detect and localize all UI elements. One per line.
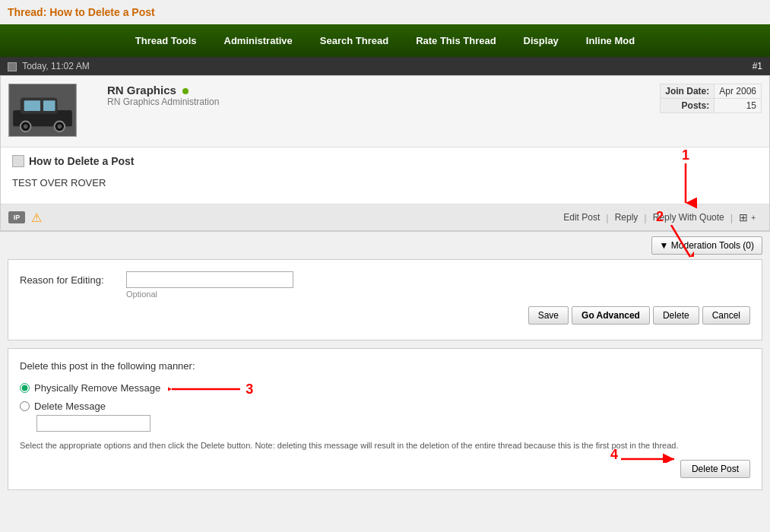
annotation-1: 1 [674,147,697,163]
radio-row-1: Physically Remove Message [20,382,160,394]
delete-reason-input[interactable] [36,415,151,432]
user-title: RN Graphics Administration [107,97,660,107]
annotation-2: 2 [656,209,664,225]
annotation-3: 3 [246,382,253,397]
radio-physically-remove[interactable] [20,383,30,393]
post-header: RN Graphics RN Graphics Administration J… [1,76,769,147]
option1-label: Physically Remove Message [34,382,160,394]
edit-post-button[interactable]: Edit Post [557,209,606,226]
delete-manner-label: Delete this post in the following manner… [20,360,750,372]
post-title-line: How to Delete a Post [12,155,758,167]
option2-label: Delete Message [34,401,106,412]
nav-rate-thread[interactable]: Rate This Thread [402,24,509,57]
post-body: TEST OVER ROVER [12,173,758,192]
radio-delete-message[interactable] [20,401,30,411]
avatar [8,84,77,137]
nav-display[interactable]: Display [510,24,572,57]
post-content: How to Delete a Post TEST OVER ROVER 1 [1,147,769,204]
delete-post-row: 4 Delete Post [20,460,750,478]
svg-point-6 [24,124,28,128]
annotation-4: 4 [610,447,618,463]
multi-quote-button[interactable]: ⊞+ [733,208,762,226]
posts-label: Posts: [661,99,715,113]
post-title: How to Delete a Post [29,155,134,167]
save-button[interactable]: Save [528,306,569,325]
edit-section: Reason for Editing: Optional Save Go Adv… [8,259,762,340]
join-date-label: Join Date: [661,84,715,99]
nav-administrative[interactable]: Administrative [211,24,306,57]
post-date-time: Today, 11:02 AM [8,61,90,71]
post-time: 11:02 AM [51,61,90,71]
warn-icon[interactable]: ⚠ [31,211,42,225]
title-text: How to Delete a Post [49,6,154,18]
nav-search-thread[interactable]: Search Thread [306,24,402,57]
post-stats: Join Date: Apr 2006 Posts: 15 [660,84,762,139]
username: RN Graphics [107,84,660,97]
post-meta-bar: Today, 11:02 AM #1 [0,57,770,75]
avatar-area [8,84,100,139]
delete-post-button[interactable]: Delete Post [680,460,750,478]
radio-row-2: Delete Message [20,401,750,412]
mod-tools-bar: ▼ Moderation Tools (0) 2 [0,232,770,259]
page-title-bar: Thread: How to Delete a Post [0,0,770,24]
nav-thread-tools[interactable]: Thread Tools [122,24,211,57]
nav-bar: Thread Tools Administrative Search Threa… [0,24,770,57]
btn-row: Save Go Advanced Delete Cancel [20,306,750,325]
reason-label: Reason for Editing: [20,271,119,286]
online-indicator [182,88,189,94]
svg-rect-3 [24,100,40,111]
posts-value: 15 [715,99,762,113]
reason-input[interactable] [126,271,293,288]
post-number: #1 [753,61,762,71]
svg-rect-4 [43,100,55,111]
title-prefix: Thread: [8,6,46,18]
ip-icon[interactable]: IP [8,211,25,223]
svg-line-10 [671,225,690,257]
post-date: Today, [22,61,48,71]
delete-section: Delete this post in the following manner… [8,348,762,490]
nav-inline-mod[interactable]: Inline Mod [572,24,648,57]
join-date-value: Apr 2006 [715,84,762,99]
reason-input-group: Optional [126,271,293,299]
cancel-button[interactable]: Cancel [702,306,750,325]
go-advanced-button[interactable]: Go Advanced [572,306,650,325]
post-title-icon [12,155,24,167]
svg-point-8 [57,124,62,128]
reason-row: Reason for Editing: Optional [20,271,750,299]
delete-button[interactable]: Delete [653,306,699,325]
post-icon [8,62,17,71]
action-left: IP ⚠ [8,211,42,225]
user-info: RN Graphics RN Graphics Administration [100,84,660,139]
optional-label: Optional [126,290,293,299]
